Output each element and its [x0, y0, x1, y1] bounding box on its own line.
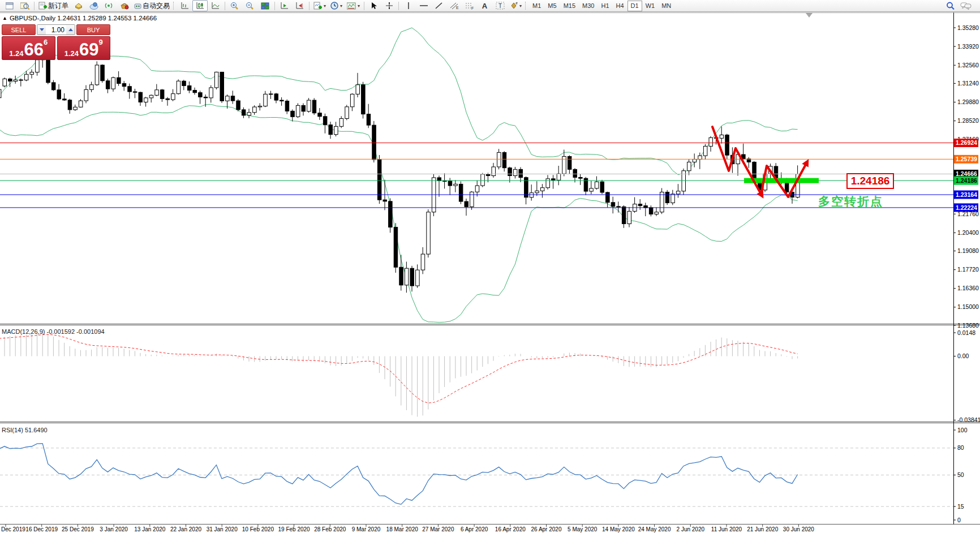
market-store-icon[interactable] — [117, 0, 132, 11]
tab-timeframe-w1[interactable]: W1 — [642, 1, 659, 11]
autotrading-button[interactable]: 自动交易 — [132, 0, 172, 11]
line-chart-icon[interactable] — [208, 0, 223, 11]
crosshair-icon[interactable] — [381, 0, 397, 11]
fibonacci-tool-icon[interactable]: F — [462, 0, 477, 11]
periods-clock-button[interactable]: ▾ — [328, 0, 345, 11]
tab-timeframe-m30[interactable]: M30 — [579, 1, 598, 11]
tab-timeframe-d1[interactable]: D1 — [627, 1, 642, 11]
svg-text:11 Jun 2020: 11 Jun 2020 — [711, 526, 742, 532]
zoom-in-icon[interactable] — [227, 0, 242, 11]
new-chart-button[interactable]: ▾ — [311, 0, 328, 11]
pivot-annotation-text[interactable]: 多空转折点 — [818, 194, 883, 209]
svg-text:2 Jun 2020: 2 Jun 2020 — [677, 526, 705, 532]
level-lines — [0, 143, 953, 207]
tab-timeframe-mn[interactable]: MN — [658, 1, 674, 11]
svg-text:1.24186: 1.24186 — [956, 177, 977, 184]
svg-text:1.22224: 1.22224 — [956, 204, 977, 211]
rsi-axis: 1008050150 — [953, 427, 968, 523]
mt4-terminal: { "toolbar": { "new_order_label": "新订单",… — [0, 0, 980, 533]
svg-text:10 Feb 2020: 10 Feb 2020 — [242, 526, 274, 532]
new-order-button[interactable]: 新订单 — [36, 0, 71, 11]
svg-text:16 Dec 2019: 16 Dec 2019 — [25, 526, 58, 532]
autotrading-label: 自动交易 — [143, 1, 170, 11]
tab-timeframe-m5[interactable]: M5 — [544, 1, 560, 11]
svg-text:27 Mar 2020: 27 Mar 2020 — [422, 526, 454, 532]
market-watch-icon[interactable] — [17, 0, 32, 11]
sell-price-pip: 6 — [44, 38, 48, 46]
arrows-tool-button[interactable]: ▾ — [508, 0, 524, 11]
svg-text:1.29880: 1.29880 — [957, 98, 979, 105]
tab-timeframe-m1[interactable]: M1 — [529, 1, 544, 11]
buy-price-prefix: 1.24 — [65, 50, 79, 57]
tile-windows-icon[interactable] — [257, 0, 273, 11]
sell-price-main: 66 — [24, 42, 44, 57]
svg-text:26 Apr 2020: 26 Apr 2020 — [531, 526, 562, 532]
svg-text:1.23164: 1.23164 — [956, 191, 977, 198]
terminal-window-icon[interactable] — [2, 0, 17, 11]
buy-price-pip: 9 — [99, 38, 103, 46]
chart-shift-icon[interactable] — [292, 0, 307, 11]
trendline-tool-icon[interactable] — [431, 0, 446, 11]
svg-text:3 Jan 2020: 3 Jan 2020 — [100, 526, 128, 532]
toolbar-grip — [525, 2, 528, 10]
community-icon[interactable] — [86, 0, 101, 11]
svg-text:1.31240: 1.31240 — [957, 80, 979, 87]
svg-text:E: E — [456, 6, 459, 10]
top-toolbar: 新订单 自动交易 ▾ — [0, 0, 980, 12]
svg-text:1.20400: 1.20400 — [957, 229, 979, 236]
volume-increase-button[interactable] — [66, 25, 75, 35]
chat-icon[interactable] — [958, 0, 974, 11]
sell-price-prefix: 1.24 — [9, 50, 23, 57]
equidistant-channel-tool-icon[interactable]: E — [446, 0, 462, 11]
sell-button[interactable]: SELL — [2, 24, 36, 35]
vertical-line-tool-icon[interactable] — [401, 0, 416, 11]
macd-indicator-label: MACD(12,26,9) -0.001592 -0.001094 — [2, 328, 105, 335]
template-profile-button[interactable]: ▾ — [345, 0, 362, 11]
signals-icon[interactable] — [101, 0, 117, 11]
tab-timeframe-m15[interactable]: M15 — [560, 1, 579, 11]
svg-text:21 Jun 2020: 21 Jun 2020 — [747, 526, 778, 532]
svg-text:25 Dec 2019: 25 Dec 2019 — [62, 526, 94, 532]
svg-text:19 Feb 2020: 19 Feb 2020 — [278, 526, 311, 532]
svg-text:28 Feb 2020: 28 Feb 2020 — [314, 526, 346, 532]
buy-price-main: 69 — [79, 42, 98, 57]
toolbar-separator — [364, 2, 364, 10]
svg-text:14 May 2020: 14 May 2020 — [602, 526, 635, 532]
chevron-down-icon: ▾ — [358, 3, 360, 8]
tab-timeframe-h4[interactable]: H4 — [613, 1, 627, 11]
price-annotation-box[interactable]: 1.24186 — [846, 173, 894, 189]
chevron-down-icon: ▾ — [324, 3, 326, 8]
svg-text:15: 15 — [957, 503, 964, 510]
search-icon[interactable] — [943, 0, 958, 11]
window-divider-marker — [806, 13, 813, 18]
zoom-out-icon[interactable] — [242, 0, 257, 11]
buy-button[interactable]: BUY — [76, 24, 110, 35]
volume-decrease-button[interactable] — [37, 25, 46, 35]
svg-text:Dec 2019: Dec 2019 — [1, 526, 25, 532]
new-order-label: 新订单 — [48, 1, 68, 11]
auto-scroll-icon[interactable] — [277, 0, 292, 11]
cursor-icon[interactable] — [366, 0, 381, 11]
buy-price-display[interactable]: 1.24699 — [57, 36, 111, 60]
volume-input[interactable] — [46, 25, 66, 35]
sell-price-display[interactable]: 1.24666 — [2, 36, 55, 60]
svg-text:1.33920: 1.33920 — [957, 43, 979, 50]
svg-text:0: 0 — [957, 517, 961, 523]
pane-frames — [0, 12, 980, 525]
svg-text:24 May 2020: 24 May 2020 — [638, 526, 671, 532]
toolbar-separator — [34, 2, 35, 10]
svg-text:50: 50 — [957, 471, 964, 478]
bar-chart-icon[interactable] — [177, 0, 192, 11]
macd-axis: 0.01480.00-0.038415 — [953, 329, 980, 424]
tab-timeframe-h1[interactable]: H1 — [598, 1, 612, 11]
history-center-icon[interactable] — [71, 0, 86, 11]
toolbar-separator — [309, 2, 310, 10]
caret-down-icon — [40, 28, 44, 31]
candlestick-chart-icon[interactable] — [192, 0, 208, 11]
text-tool-icon[interactable]: A — [477, 0, 492, 11]
chart-title-text: GBPUSD-,Daily 1.24631 1.25289 1.24553 1.… — [10, 15, 157, 22]
chevron-down-icon: ▾ — [340, 3, 342, 8]
horizontal-line-tool-icon[interactable] — [416, 0, 431, 11]
text-label-tool-icon[interactable]: T — [492, 0, 508, 11]
chart-canvas[interactable]: 1.352801.339201.325601.312401.298801.285… — [0, 0, 980, 533]
